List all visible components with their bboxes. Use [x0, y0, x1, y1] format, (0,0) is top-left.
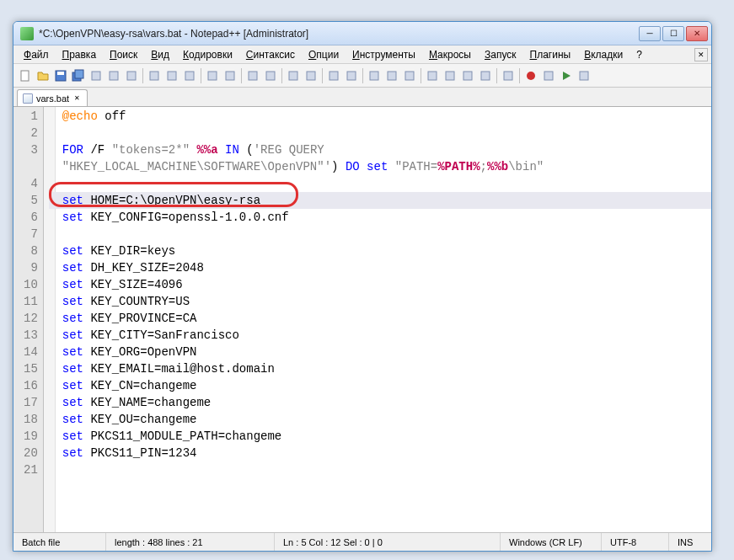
- code-line[interactable]: set KEY_COUNTRY=US: [62, 293, 711, 310]
- tab-label: vars.bat: [36, 93, 69, 104]
- svg-rect-25: [481, 72, 490, 80]
- save-icon[interactable]: [52, 67, 69, 84]
- play-multi-icon[interactable]: [576, 67, 592, 84]
- code-line[interactable]: set HOME=C:\OpenVPN\easy-rsa: [62, 192, 711, 209]
- status-encoding[interactable]: UTF-8: [602, 533, 669, 551]
- tab-bar: vars.bat ✕: [13, 88, 711, 106]
- line-number: 21: [24, 461, 38, 478]
- close-icon[interactable]: [88, 67, 104, 84]
- line-number: 17: [24, 394, 38, 411]
- code-line[interactable]: set KEY_NAME=changeme: [62, 394, 711, 411]
- menu-опции[interactable]: Опции: [302, 47, 346, 62]
- code-line[interactable]: set KEY_DIR=keys: [62, 243, 711, 259]
- indent-guide-icon[interactable]: [401, 67, 418, 84]
- line-number: 13: [24, 327, 38, 344]
- maximize-button[interactable]: ☐: [662, 26, 684, 41]
- svg-rect-4: [75, 70, 83, 78]
- folder-icon[interactable]: [477, 67, 494, 84]
- sync-v-icon[interactable]: [325, 67, 342, 84]
- svg-rect-18: [347, 72, 356, 80]
- cut-icon[interactable]: [146, 67, 163, 84]
- menu-инструменты[interactable]: Инструменты: [346, 47, 422, 62]
- code-line[interactable]: [62, 175, 711, 192]
- code-area[interactable]: @echo off FOR /F "tokens=2*" %%a IN ('RE…: [56, 107, 711, 532]
- code-line[interactable]: [62, 125, 711, 141]
- menu-синтаксис[interactable]: Синтаксис: [239, 47, 302, 62]
- svg-rect-19: [370, 72, 378, 80]
- status-mode[interactable]: INS: [669, 533, 711, 551]
- function-list-icon[interactable]: [459, 67, 476, 84]
- code-line[interactable]: set KEY_SIZE=4096: [62, 276, 711, 293]
- svg-rect-11: [208, 72, 217, 80]
- line-number: 9: [24, 259, 38, 276]
- editor[interactable]: 123456789101112131415161718192021 @echo …: [13, 106, 711, 532]
- code-line[interactable]: [62, 226, 711, 243]
- show-all-chars-icon[interactable]: [383, 67, 400, 84]
- menu-запуск[interactable]: Запуск: [478, 47, 523, 62]
- titlebar[interactable]: *C:\OpenVPN\easy-rsa\vars.bat - Notepad+…: [13, 22, 711, 45]
- line-number: 8: [24, 243, 38, 259]
- menu-кодировки[interactable]: Кодировки: [176, 47, 239, 62]
- menu-вид[interactable]: Вид: [144, 47, 176, 62]
- tab-close-icon[interactable]: ✕: [72, 93, 82, 103]
- wordwrap-icon[interactable]: [366, 67, 383, 84]
- menu-плагины[interactable]: Плагины: [523, 47, 578, 62]
- stop-icon[interactable]: [540, 67, 557, 84]
- toolbar: [13, 64, 711, 88]
- code-line[interactable]: set KEY_ORG=OpenVPN: [62, 344, 711, 360]
- menu-вкладки[interactable]: Вкладки: [577, 47, 630, 62]
- open-file-icon[interactable]: [35, 67, 51, 84]
- line-gutter: 123456789101112131415161718192021: [13, 107, 44, 532]
- sync-h-icon[interactable]: [343, 67, 360, 84]
- close-button[interactable]: ✕: [686, 26, 708, 41]
- line-number: 14: [24, 344, 38, 360]
- line-number: 20: [24, 445, 38, 461]
- svg-rect-10: [185, 72, 194, 80]
- code-line[interactable]: set KEY_CN=changeme: [62, 377, 711, 394]
- code-line[interactable]: [62, 461, 711, 478]
- code-line[interactable]: @echo off: [62, 108, 711, 125]
- code-line[interactable]: set KEY_OU=changeme: [62, 411, 711, 428]
- svg-rect-24: [463, 72, 472, 80]
- code-line[interactable]: FOR /F "tokens=2*" %%a IN ('REG QUERY: [62, 141, 711, 158]
- new-file-icon[interactable]: [17, 67, 34, 84]
- code-line[interactable]: set KEY_EMAIL=mail@host.domain: [62, 360, 711, 377]
- menu-макросы[interactable]: Макросы: [422, 47, 478, 62]
- code-line[interactable]: set PKCS11_PIN=1234: [62, 445, 711, 461]
- tab-active[interactable]: vars.bat ✕: [17, 89, 88, 106]
- play-icon[interactable]: [558, 67, 575, 84]
- svg-rect-5: [92, 72, 100, 80]
- line-number: 12: [24, 310, 38, 327]
- minimize-button[interactable]: ─: [639, 26, 661, 41]
- language-icon[interactable]: [424, 67, 441, 84]
- status-eol[interactable]: Windows (CR LF): [501, 533, 602, 551]
- undo-icon[interactable]: [204, 67, 221, 84]
- doc-map-icon[interactable]: [442, 67, 458, 84]
- record-icon[interactable]: [522, 67, 539, 84]
- monitor-icon[interactable]: [500, 67, 517, 84]
- code-line[interactable]: set KEY_PROVINCE=CA: [62, 310, 711, 327]
- paste-icon[interactable]: [181, 67, 198, 84]
- menu-?[interactable]: ?: [630, 47, 649, 62]
- print-icon[interactable]: [123, 67, 140, 84]
- menu-поиск[interactable]: Поиск: [103, 47, 144, 62]
- menu-файл[interactable]: Файл: [17, 47, 56, 62]
- copy-icon[interactable]: [163, 67, 180, 84]
- svg-rect-13: [249, 72, 257, 80]
- zoom-in-icon[interactable]: [285, 67, 302, 84]
- svg-rect-28: [544, 72, 553, 80]
- find-icon[interactable]: [244, 67, 261, 84]
- code-line[interactable]: set KEY_CONFIG=openssl-1.0.0.cnf: [62, 209, 711, 226]
- replace-icon[interactable]: [262, 67, 279, 84]
- menu-правка[interactable]: Правка: [56, 47, 104, 62]
- menu-close-button[interactable]: ✕: [694, 48, 708, 61]
- code-line[interactable]: set PKCS11_MODULE_PATH=changeme: [62, 428, 711, 445]
- code-line[interactable]: "HKEY_LOCAL_MACHINE\SOFTWARE\OpenVPN"') …: [62, 158, 711, 175]
- code-line[interactable]: set DH_KEY_SIZE=2048: [62, 259, 711, 276]
- zoom-out-icon[interactable]: [303, 67, 319, 84]
- save-all-icon[interactable]: [70, 67, 87, 84]
- code-line[interactable]: set KEY_CITY=SanFrancisco: [62, 327, 711, 344]
- close-all-icon[interactable]: [105, 67, 122, 84]
- redo-icon[interactable]: [222, 67, 238, 84]
- line-number: [24, 158, 38, 175]
